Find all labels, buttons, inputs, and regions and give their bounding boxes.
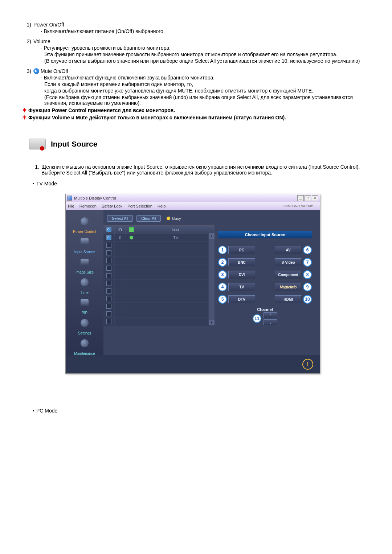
item-title: Volume [33, 38, 50, 44]
scroll-down-icon[interactable]: ▼ [209, 320, 215, 325]
note-text: Функция Power Control применяется для вс… [28, 107, 175, 113]
source-hdmi-button[interactable]: HDMI [275, 295, 302, 303]
source-component-button[interactable]: Component [275, 271, 302, 279]
row-checkbox[interactable] [106, 235, 111, 240]
step-number: 1. [30, 164, 41, 176]
input-source-icon [29, 139, 46, 149]
step-text: Выберите Select All ("Выбрать все") или … [41, 170, 360, 176]
table-row[interactable] [103, 303, 215, 310]
channel-label: Channel [218, 307, 312, 312]
pip-icon[interactable] [81, 299, 89, 306]
table-row[interactable] [103, 287, 215, 295]
status-dot-icon [130, 236, 133, 239]
table-row[interactable] [103, 295, 215, 303]
maintenance-icon[interactable] [81, 339, 89, 347]
channel-up-button[interactable]: ⌃ [264, 312, 277, 318]
step-text: Щелкните мышью на основном значке Input … [41, 164, 360, 170]
source-dtv-button[interactable]: DTV [228, 295, 255, 303]
section-title: Input Source [51, 140, 97, 148]
row-checkbox[interactable] [106, 319, 111, 324]
badge-8: 8 [303, 270, 312, 279]
source-tv-button[interactable]: TV [228, 283, 255, 291]
source-bnc-button[interactable]: BNC [228, 258, 255, 266]
scrollbar[interactable]: ▲ ▼ [208, 233, 215, 325]
busy-label: Busy [172, 216, 181, 221]
table-row[interactable] [103, 242, 215, 249]
row-checkbox[interactable] [106, 243, 111, 248]
source-magicinfo-button[interactable]: MagicInfo [275, 283, 302, 291]
sidebar-item-image-size[interactable]: Image Size [66, 267, 103, 278]
table-row[interactable] [103, 272, 215, 280]
star-icon: ✶ [22, 107, 28, 113]
item-desc: когда в выбранном мониторе уже установле… [22, 88, 363, 94]
sidebar-item-maintenance[interactable]: Maintenance [66, 348, 103, 359]
image-size-icon[interactable] [81, 259, 89, 265]
channel-down-button[interactable]: ⌄ [264, 319, 277, 325]
power-control-icon[interactable] [81, 217, 89, 225]
item-number: 1) [22, 22, 33, 28]
row-checkbox[interactable] [106, 296, 111, 301]
time-icon[interactable] [81, 278, 89, 286]
row-checkbox[interactable] [106, 250, 111, 255]
minimize-button[interactable]: _ [297, 195, 304, 201]
item-number: 2) [22, 38, 33, 44]
sidebar-item-input-source[interactable]: Input Source [66, 246, 103, 257]
badge-3: 3 [218, 270, 227, 279]
table-row[interactable] [103, 280, 215, 287]
close-button[interactable]: × [312, 195, 318, 201]
badge-5: 5 [218, 295, 227, 304]
clear-all-button[interactable]: Clear All [136, 215, 161, 222]
row-checkbox[interactable] [106, 304, 111, 309]
menu-remocon[interactable]: Remocon [79, 204, 97, 208]
sidebar-item-power[interactable]: Power Control [66, 226, 103, 237]
source-dvi-button[interactable]: DVI [228, 271, 255, 279]
row-checkbox[interactable] [106, 288, 111, 294]
item-desc: - Включает/выключает функцию отключения … [22, 75, 363, 81]
bullet-icon: • [30, 181, 36, 186]
sidebar: Power Control Input Source Image Size Ti… [66, 210, 103, 355]
item-title: Mute On/Off [41, 68, 68, 74]
table-row[interactable] [103, 257, 215, 264]
sidebar-item-time[interactable]: Time [66, 287, 103, 298]
screenshot: Multiple Display Control _ □ × File Remo… [65, 194, 320, 374]
mode-label: PC Mode [36, 408, 57, 414]
col-input: Input [137, 226, 215, 234]
row-input: TV [137, 234, 215, 241]
row-checkbox[interactable] [106, 311, 111, 316]
table-row[interactable] [103, 264, 215, 272]
grid-header: ID Input [103, 225, 215, 234]
sidebar-item-pip[interactable]: PIP [66, 307, 103, 318]
select-all-button[interactable]: Select All [107, 215, 133, 222]
source-av-button[interactable]: AV [275, 246, 302, 254]
item-desc: - Включает/выключает питание (On/Off) вы… [22, 28, 363, 34]
mode-label: TV Mode [36, 181, 57, 186]
note-text: Функции Volume и Mute действуют только в… [28, 115, 286, 120]
menu-file[interactable]: File [68, 204, 74, 208]
table-row[interactable] [103, 310, 215, 318]
window-titlebar: Multiple Display Control _ □ × [66, 194, 320, 202]
badge-6: 6 [303, 246, 312, 254]
header-checkbox[interactable] [106, 227, 111, 232]
settings-icon[interactable] [81, 319, 89, 327]
scroll-up-icon[interactable]: ▲ [209, 233, 215, 239]
menu-help[interactable]: Help [158, 204, 166, 208]
menu-port-selection[interactable]: Port Selection [127, 204, 152, 208]
row-id: 0 [115, 234, 126, 241]
star-icon: ✶ [22, 115, 28, 120]
table-row[interactable] [103, 249, 215, 257]
row-checkbox[interactable] [106, 273, 111, 278]
input-source-icon[interactable] [81, 238, 89, 245]
item-desc: Если в каждый момент времени выбирается … [22, 81, 363, 87]
table-row[interactable] [103, 318, 215, 325]
menu-bar: File Remocon Safety Lock Port Selection … [66, 202, 320, 210]
row-checkbox[interactable] [106, 258, 111, 263]
menu-safety-lock[interactable]: Safety Lock [102, 204, 122, 208]
row-checkbox[interactable] [106, 266, 111, 271]
maximize-button[interactable]: □ [305, 195, 311, 201]
row-checkbox[interactable] [106, 281, 111, 286]
source-pc-button[interactable]: PC [228, 246, 255, 254]
source-svideo-button[interactable]: S-Video [275, 258, 302, 266]
table-row[interactable]: 0 TV [103, 234, 215, 242]
sidebar-item-settings[interactable]: Settings [66, 328, 103, 338]
bullet-icon: • [30, 408, 36, 414]
